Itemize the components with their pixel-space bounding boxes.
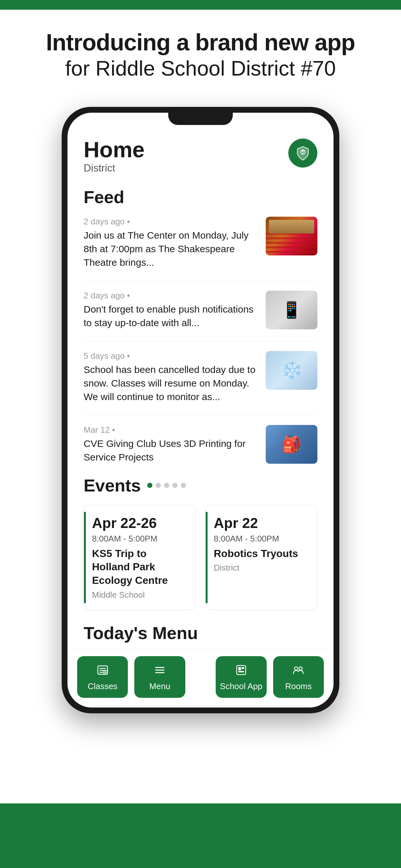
tab-school-app[interactable]: School App	[216, 656, 266, 698]
tab-bar: Classes Menu	[67, 649, 334, 708]
feed-timestamp-3: 5 days ago •	[84, 351, 259, 361]
school-app-icon	[235, 664, 247, 678]
event-card-2[interactable]: Apr 22 8:00AM - 5:00PM Robotics Tryouts …	[205, 505, 317, 610]
event-location-1: Middle School	[92, 590, 187, 600]
feed-timestamp-1: 2 days ago •	[84, 217, 259, 227]
phone-outer: Home District SD Feed	[0, 97, 401, 836]
menu-icon	[154, 664, 166, 678]
top-accent-bar	[0, 0, 401, 10]
classroom-image	[266, 425, 317, 464]
svg-text:SD: SD	[301, 151, 305, 154]
shield-icon: SD	[295, 145, 311, 161]
feed-text-col-3: 5 days ago • School has been cancelled t…	[84, 351, 259, 404]
rooms-icon	[292, 664, 305, 678]
header-subtitle: for Riddle School District #70	[26, 56, 375, 81]
feed-divider-2	[84, 341, 317, 341]
feed-section-title: Feed	[84, 187, 317, 207]
feed-item: 2 days ago • Join us at The Center on Mo…	[84, 217, 317, 269]
dot-5	[181, 483, 186, 488]
feed-divider-1	[84, 281, 317, 281]
home-header: Home District SD	[84, 138, 317, 174]
tab-classes[interactable]: Classes	[77, 656, 128, 698]
header-section: Introducing a brand new app for Riddle S…	[0, 10, 401, 97]
event-card-1[interactable]: Apr 22-26 8:00AM - 5:00PM KS5 Trip to Ho…	[84, 505, 196, 610]
screen-content: Home District SD Feed	[67, 113, 334, 643]
event-name-1: KS5 Trip to Holland Park Ecology Centre	[92, 547, 187, 587]
feed-item-3: 5 days ago • School has been cancelled t…	[84, 351, 317, 404]
events-section-title: Events	[84, 475, 141, 495]
tab-rooms[interactable]: Rooms	[273, 656, 324, 698]
feed-body-4: CVE Giving Club Uses 3D Printing for Ser…	[84, 437, 259, 464]
dot-3	[164, 483, 169, 488]
event-date-1: Apr 22-26	[92, 515, 187, 531]
feed-timestamp-4: Mar 12 •	[84, 425, 259, 435]
events-row: Apr 22-26 8:00AM - 5:00PM KS5 Trip to Ho…	[84, 505, 317, 610]
event-name-2: Robotics Tryouts	[214, 547, 309, 561]
feed-body-3: School has been cancelled today due to s…	[84, 363, 259, 404]
feed-image-2[interactable]	[266, 290, 317, 330]
feed-image-1[interactable]	[266, 217, 317, 255]
feed-text-col-4: Mar 12 • CVE Giving Club Uses 3D Printin…	[84, 425, 259, 464]
dot-1	[147, 483, 152, 488]
theater-image	[266, 217, 317, 255]
svg-rect-13	[238, 667, 241, 671]
event-time-1: 8:00AM - 5:00PM	[92, 534, 187, 544]
feed-image-4[interactable]	[266, 425, 317, 464]
tab-menu[interactable]: Menu	[134, 656, 185, 698]
feed-item-4: Mar 12 • CVE Giving Club Uses 3D Printin…	[84, 425, 317, 464]
bottom-green-section	[0, 803, 401, 868]
feed-image-3[interactable]	[266, 351, 317, 390]
svg-rect-14	[242, 667, 244, 669]
feed-timestamp-2: 2 days ago •	[84, 290, 259, 301]
snow-image	[266, 351, 317, 390]
svg-rect-12	[237, 665, 246, 675]
tab-rooms-label: Rooms	[285, 681, 312, 691]
tab-spacer	[192, 656, 210, 698]
feed-text-col-2: 2 days ago • Don't forget to enable push…	[84, 290, 259, 330]
events-dot-indicators	[147, 483, 186, 488]
phone-frame: Home District SD Feed	[62, 107, 339, 713]
home-subtitle: District	[84, 162, 145, 174]
tab-menu-label: Menu	[149, 681, 170, 691]
svg-point-17	[299, 667, 302, 670]
feed-body-2: Don't forget to enable push notification…	[84, 303, 259, 330]
dot-2	[156, 483, 161, 488]
home-title: Home	[84, 138, 145, 160]
events-header: Events	[84, 475, 317, 495]
svg-rect-15	[238, 671, 244, 672]
home-title-group: Home District	[84, 138, 145, 174]
event-location-2: District	[214, 563, 309, 573]
feed-body-1: Join us at The Center on Monday, July 8t…	[84, 228, 259, 269]
header-title: Introducing a brand new app	[26, 29, 375, 56]
feed-divider-3	[84, 415, 317, 415]
svg-point-16	[295, 667, 298, 670]
phone-image	[266, 290, 317, 330]
district-badge[interactable]: SD	[288, 138, 317, 167]
feed-item-2: 2 days ago • Don't forget to enable push…	[84, 290, 317, 330]
event-time-2: 8:00AM - 5:00PM	[214, 534, 309, 544]
tab-school-app-label: School App	[220, 681, 263, 691]
tab-classes-label: Classes	[88, 681, 117, 691]
event-date-2: Apr 22	[214, 515, 309, 531]
todays-menu-title: Today's Menu	[84, 623, 317, 643]
dot-4	[173, 483, 178, 488]
feed-text-col: 2 days ago • Join us at The Center on Mo…	[84, 217, 259, 269]
phone-screen: Home District SD Feed	[67, 113, 334, 708]
classes-icon	[96, 664, 109, 678]
phone-notch	[168, 113, 233, 125]
